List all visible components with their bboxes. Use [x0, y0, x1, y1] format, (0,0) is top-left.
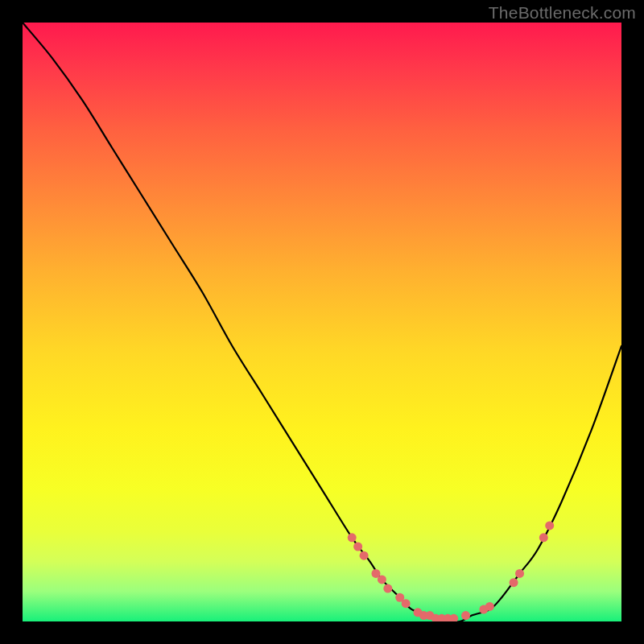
chart-svg — [23, 23, 621, 621]
curve-marker — [425, 611, 434, 620]
curve-marker — [419, 611, 428, 620]
curve-marker — [461, 611, 470, 620]
bottleneck-curve — [23, 23, 621, 621]
curve-marker — [353, 543, 362, 551]
curve-marker — [545, 521, 554, 530]
curve-marker — [348, 533, 357, 542]
plot-gradient-area — [23, 23, 621, 621]
curve-marker — [378, 575, 386, 584]
curve-marker — [479, 605, 488, 614]
curve-marker — [515, 569, 524, 578]
curve-marker — [437, 614, 446, 621]
curve-marker — [402, 599, 411, 608]
curve-marker — [360, 551, 369, 560]
curve-marker — [485, 602, 494, 611]
curve-marker — [449, 614, 458, 621]
curve-marker — [539, 533, 548, 542]
watermark-text: TheBottleneck.com — [489, 3, 636, 23]
curve-marker — [510, 578, 518, 587]
curve-marker — [431, 614, 440, 621]
curve-marker — [371, 569, 380, 578]
curve-markers — [348, 521, 555, 621]
curve-marker — [383, 584, 392, 593]
curve-marker — [414, 608, 423, 617]
curve-marker — [395, 593, 404, 602]
chart-frame: TheBottleneck.com — [0, 0, 644, 644]
curve-marker — [444, 614, 452, 621]
